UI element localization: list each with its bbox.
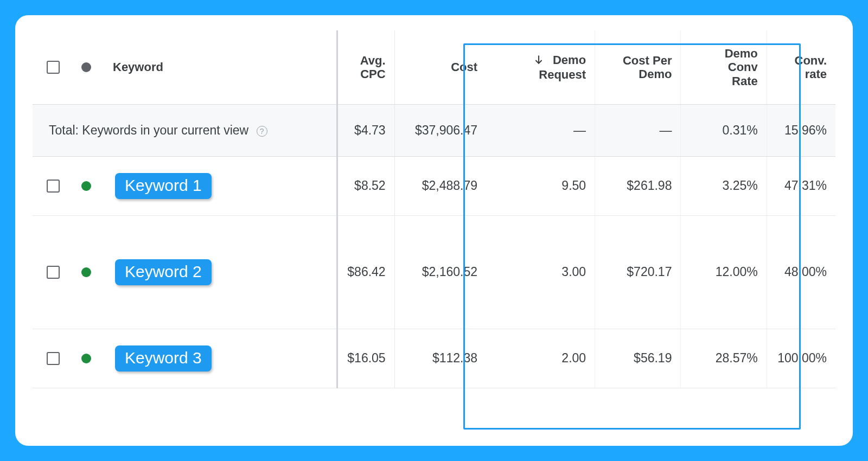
cell-cost-per-demo: $720.17 [595, 215, 681, 329]
table-row[interactable]: Keyword 3 $16.05 $112.38 2.00 $56.19 28.… [33, 329, 835, 388]
col-header-demo-request[interactable]: Demo Request [486, 30, 595, 104]
totals-demo-conv-rate: 0.31% [681, 104, 767, 156]
cell-demo-conv-rate: 28.57% [681, 329, 767, 388]
cell-cost-per-demo: $56.19 [595, 329, 681, 388]
cell-cost: $2,160.52 [394, 215, 486, 329]
sort-desc-icon [533, 54, 544, 68]
totals-cost: $37,906.47 [394, 104, 486, 156]
status-enabled-icon [81, 267, 91, 277]
table-row[interactable]: Keyword 1 $8.52 $2,488.79 9.50 $261.98 3… [33, 156, 835, 215]
cell-cost: $2,488.79 [394, 156, 486, 215]
table-row[interactable]: Keyword 2 $86.42 $2,160.52 3.00 $720.17 … [33, 215, 835, 329]
totals-label: Total: Keywords in your current view [49, 123, 248, 137]
col-header-avg-cpc[interactable]: Avg. CPC [337, 30, 395, 104]
col-header-keyword-label: Keyword [113, 60, 163, 74]
select-all-checkbox[interactable] [47, 61, 60, 74]
status-enabled-icon [81, 354, 91, 363]
cell-demo-request: 2.00 [486, 329, 595, 388]
help-icon[interactable]: ? [257, 126, 267, 137]
cell-cost-per-demo: $261.98 [595, 156, 681, 215]
status-dot-icon [81, 62, 91, 72]
keywords-table: Keyword Avg. CPC Cost Demo Request [33, 30, 835, 388]
row-checkbox[interactable] [47, 180, 60, 193]
col-header-keyword[interactable]: Keyword [33, 30, 337, 104]
cell-demo-request: 9.50 [486, 156, 595, 215]
keyword-pill: Keyword 3 [115, 345, 212, 372]
row-checkbox[interactable] [47, 266, 60, 279]
cell-conv-rate: 48.00% [767, 215, 835, 329]
totals-conv-rate: 15.96% [767, 104, 835, 156]
totals-cost-per-demo: — [595, 104, 681, 156]
cell-avg-cpc: $86.42 [337, 215, 395, 329]
cell-cost: $112.38 [394, 329, 486, 388]
cell-conv-rate: 100.00% [767, 329, 835, 388]
totals-row: Total: Keywords in your current view ? $… [33, 104, 835, 156]
keywords-table-card: Keyword Avg. CPC Cost Demo Request [15, 15, 853, 446]
col-header-demo-conv-rate[interactable]: Demo Conv Rate [681, 30, 767, 104]
keyword-pill: Keyword 1 [115, 173, 212, 199]
col-header-cost[interactable]: Cost [394, 30, 486, 104]
totals-demo-request: — [486, 104, 595, 156]
col-header-conv-rate[interactable]: Conv. rate [767, 30, 835, 104]
col-header-cost-per-demo[interactable]: Cost Per Demo [595, 30, 681, 104]
totals-avg-cpc: $4.73 [337, 104, 395, 156]
cell-conv-rate: 47.31% [767, 156, 835, 215]
cell-avg-cpc: $8.52 [337, 156, 395, 215]
cell-demo-conv-rate: 12.00% [681, 215, 767, 329]
status-enabled-icon [81, 181, 91, 191]
cell-demo-request: 3.00 [486, 215, 595, 329]
keyword-pill: Keyword 2 [115, 259, 212, 285]
row-checkbox[interactable] [47, 352, 60, 365]
cell-avg-cpc: $16.05 [337, 329, 395, 388]
cell-demo-conv-rate: 3.25% [681, 156, 767, 215]
